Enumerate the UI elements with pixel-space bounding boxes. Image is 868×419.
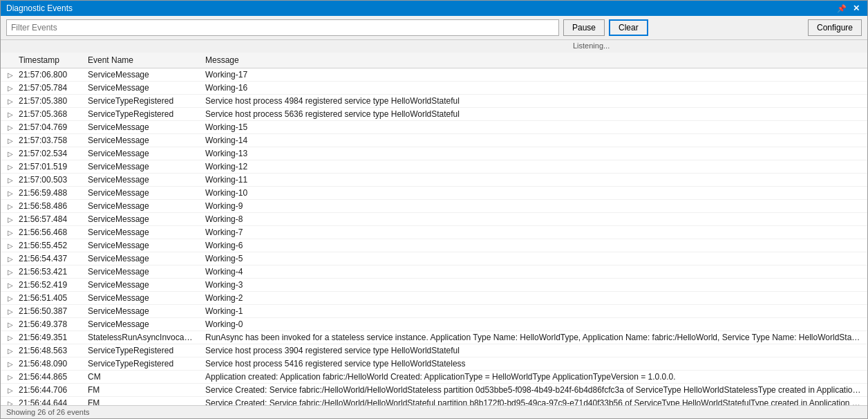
row-expand-icon[interactable]: ▷ (6, 347, 13, 355)
table-row[interactable]: ▷21:56:48.563ServiceTypeRegisteredServic… (1, 344, 867, 357)
cell-message: Working-9 (200, 200, 867, 213)
row-expand-icon[interactable]: ▷ (6, 150, 13, 158)
row-expand-icon[interactable]: ▷ (6, 163, 13, 171)
cell-eventname: ServiceMessage (82, 121, 200, 134)
table-row[interactable]: ▷21:56:52.419ServiceMessageWorking-3 (1, 279, 867, 292)
table-row[interactable]: ▷21:57:01.519ServiceMessageWorking-12 (1, 160, 867, 174)
cell-timestamp: 21:57:05.784 (13, 82, 82, 95)
cell-timestamp: 21:56:54.437 (13, 252, 82, 266)
cell-message: Working-0 (200, 318, 867, 331)
row-expand-icon[interactable]: ▷ (6, 295, 13, 303)
cell-timestamp: 21:56:57.484 (13, 213, 82, 226)
row-expand-icon[interactable]: ▷ (6, 255, 13, 263)
table-row[interactable]: ▷21:57:05.368ServiceTypeRegisteredServic… (1, 108, 867, 121)
row-expand-icon[interactable]: ▷ (6, 373, 13, 382)
table-row[interactable]: ▷21:56:58.486ServiceMessageWorking-9 (1, 200, 867, 213)
cell-message: Application created: Application fabric:… (200, 371, 867, 384)
pin-icon[interactable]: 📌 (837, 4, 847, 13)
cell-message: Service Created: Service fabric:/HelloWo… (200, 397, 867, 406)
row-expand-icon[interactable]: ▷ (6, 97, 13, 106)
cell-eventname: ServiceMessage (82, 305, 200, 318)
row-expand-icon[interactable]: ▷ (6, 242, 13, 250)
table-row[interactable]: ▷21:57:06.800ServiceMessageWorking-17 (1, 68, 867, 82)
row-expand-icon[interactable]: ▷ (6, 321, 13, 329)
table-row[interactable]: ▷21:57:00.503ServiceMessageWorking-11 (1, 174, 867, 187)
table-row[interactable]: ▷21:56:49.378ServiceMessageWorking-0 (1, 318, 867, 331)
table-row[interactable]: ▷21:57:04.769ServiceMessageWorking-15 (1, 121, 867, 134)
table-row[interactable]: ▷21:56:44.706FMService Created: Service … (1, 384, 867, 397)
cell-message: Working-8 (200, 213, 867, 226)
table-row[interactable]: ▷21:57:02.534ServiceMessageWorking-13 (1, 147, 867, 160)
table-row[interactable]: ▷21:56:55.452ServiceMessageWorking-6 (1, 239, 867, 252)
cell-eventname: ServiceMessage (82, 213, 200, 226)
cell-message: Working-5 (200, 252, 867, 266)
row-expand-icon[interactable]: ▷ (6, 308, 13, 316)
row-expand-icon[interactable]: ▷ (6, 189, 13, 198)
cell-eventname: ServiceMessage (82, 160, 200, 174)
filter-input[interactable] (6, 19, 559, 36)
close-button[interactable]: ✕ (851, 3, 862, 14)
cell-message: Working-13 (200, 147, 867, 160)
table-row[interactable]: ▷21:57:05.380ServiceTypeRegisteredServic… (1, 95, 867, 108)
row-expand-icon[interactable]: ▷ (6, 229, 13, 237)
cell-eventname: ServiceMessage (82, 266, 200, 279)
table-row[interactable]: ▷21:56:53.421ServiceMessageWorking-4 (1, 266, 867, 279)
cell-timestamp: 21:57:03.758 (13, 134, 82, 147)
cell-timestamp: 21:57:04.769 (13, 121, 82, 134)
cell-message: Working-4 (200, 266, 867, 279)
cell-message: Service host process 5636 registered ser… (200, 108, 867, 121)
clear-button[interactable]: Clear (609, 19, 648, 36)
table-row[interactable]: ▷21:56:44.644FMService Created: Service … (1, 397, 867, 406)
cell-eventname: ServiceTypeRegistered (82, 95, 200, 108)
row-expand-icon[interactable]: ▷ (6, 203, 13, 211)
row-expand-icon[interactable]: ▷ (6, 281, 13, 290)
table-row[interactable]: ▷21:56:50.387ServiceMessageWorking-1 (1, 305, 867, 318)
row-expand-icon[interactable]: ▷ (6, 124, 13, 132)
listening-area: Listening... (1, 40, 867, 53)
cell-eventname: ServiceMessage (82, 279, 200, 292)
cell-timestamp: 21:57:06.800 (13, 68, 82, 82)
table-row[interactable]: ▷21:56:48.090ServiceTypeRegisteredServic… (1, 357, 867, 371)
table-row[interactable]: ▷21:56:44.865CMApplication created: Appl… (1, 371, 867, 384)
table-row[interactable]: ▷21:56:56.468ServiceMessageWorking-7 (1, 226, 867, 239)
col-header-eventname: Event Name (82, 53, 200, 68)
cell-eventname: ServiceMessage (82, 82, 200, 95)
row-expand-icon[interactable]: ▷ (6, 216, 13, 224)
table-row[interactable]: ▷21:56:54.437ServiceMessageWorking-5 (1, 252, 867, 266)
table-row[interactable]: ▷21:56:51.405ServiceMessageWorking-2 (1, 292, 867, 305)
table-row[interactable]: ▷21:56:57.484ServiceMessageWorking-8 (1, 213, 867, 226)
events-table-container[interactable]: Timestamp Event Name Message ▷21:57:06.8… (1, 53, 867, 405)
table-row[interactable]: ▷21:56:59.488ServiceMessageWorking-10 (1, 187, 867, 200)
row-expand-icon[interactable]: ▷ (6, 137, 13, 145)
cell-timestamp: 21:56:55.452 (13, 239, 82, 252)
pause-button[interactable]: Pause (563, 19, 605, 36)
row-expand-icon[interactable]: ▷ (6, 84, 13, 93)
row-expand-icon[interactable]: ▷ (6, 400, 13, 406)
row-expand-icon[interactable]: ▷ (6, 111, 13, 119)
cell-eventname: ServiceMessage (82, 200, 200, 213)
cell-timestamp: 21:57:00.503 (13, 174, 82, 187)
toolbar: Pause Clear Configure (1, 16, 867, 40)
cell-eventname: CM (82, 371, 200, 384)
configure-button[interactable]: Configure (808, 19, 862, 36)
row-expand-icon[interactable]: ▷ (6, 360, 13, 369)
cell-timestamp: 21:57:05.380 (13, 95, 82, 108)
table-row[interactable]: ▷21:56:49.351StatelessRunAsyncInvocation… (1, 331, 867, 344)
row-expand-icon[interactable]: ▷ (6, 387, 13, 395)
cell-message: Working-11 (200, 174, 867, 187)
row-expand-icon[interactable]: ▷ (6, 268, 13, 277)
row-expand-icon[interactable]: ▷ (6, 71, 13, 80)
listening-status: Listening... (573, 41, 610, 50)
cell-timestamp: 21:56:44.865 (13, 371, 82, 384)
cell-eventname: ServiceMessage (82, 318, 200, 331)
cell-timestamp: 21:56:49.351 (13, 331, 82, 344)
table-row[interactable]: ▷21:57:05.784ServiceMessageWorking-16 (1, 82, 867, 95)
cell-eventname: ServiceTypeRegistered (82, 357, 200, 371)
cell-eventname: ServiceMessage (82, 252, 200, 266)
cell-message: Working-10 (200, 187, 867, 200)
cell-timestamp: 21:56:50.387 (13, 305, 82, 318)
table-row[interactable]: ▷21:57:03.758ServiceMessageWorking-14 (1, 134, 867, 147)
row-expand-icon[interactable]: ▷ (6, 334, 13, 342)
row-expand-icon[interactable]: ▷ (6, 176, 13, 185)
col-header-timestamp: Timestamp (13, 53, 82, 68)
